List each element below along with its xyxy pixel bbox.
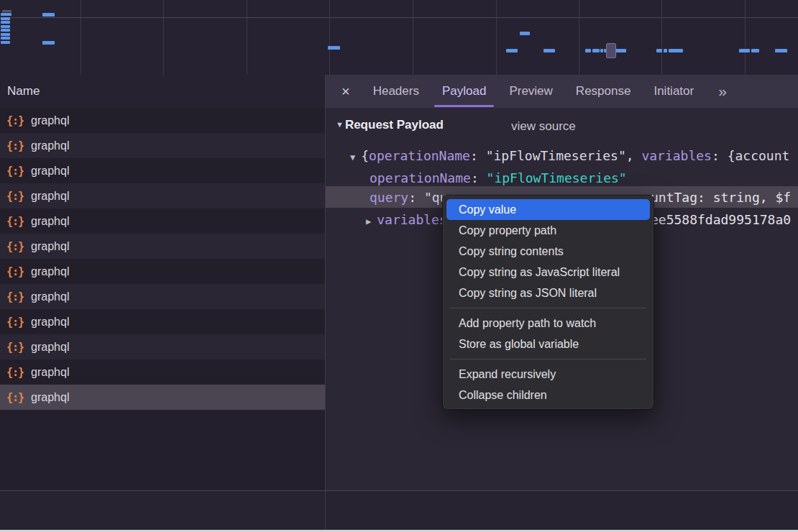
selected-request-marker bbox=[606, 43, 616, 58]
json-request-icon: {:} bbox=[6, 290, 24, 303]
menu-item-store-as-global-variable[interactable]: Store as global variable bbox=[443, 334, 653, 354]
menu-item-copy-string-contents[interactable]: Copy string contents bbox=[443, 241, 653, 262]
request-name-label: graphql bbox=[31, 190, 69, 203]
request-timing-bar bbox=[592, 49, 600, 52]
request-timing-bar bbox=[42, 41, 55, 45]
menu-separator bbox=[450, 308, 646, 308]
overview-horizontal-gridline bbox=[0, 17, 798, 18]
overview-vertical-gridline bbox=[247, 0, 247, 75]
request-timing-bar bbox=[544, 49, 555, 52]
request-row[interactable]: {:}graphql bbox=[0, 183, 325, 208]
request-timing-bar bbox=[1, 29, 10, 32]
request-row[interactable]: {:}graphql bbox=[0, 133, 325, 158]
network-overview-timeline[interactable] bbox=[0, 0, 798, 76]
request-timing-bar bbox=[615, 49, 626, 52]
json-request-icon: {:} bbox=[6, 139, 24, 152]
request-row[interactable]: {:}graphql bbox=[0, 309, 325, 334]
operation-name-row[interactable]: operationName: "ipFlowTimeseries" bbox=[370, 170, 627, 185]
request-timing-bar bbox=[506, 49, 518, 52]
request-timing-bar bbox=[328, 46, 340, 50]
tab-response[interactable]: Response bbox=[564, 75, 643, 108]
json-request-icon: {:} bbox=[6, 165, 24, 178]
column-header-label: Name bbox=[7, 84, 40, 98]
payload-token: operationName bbox=[369, 148, 470, 163]
json-request-icon: {:} bbox=[6, 215, 24, 228]
payload-token: operationName bbox=[370, 170, 471, 185]
summary-expand-icon[interactable]: ▼ bbox=[350, 152, 355, 162]
request-timing-bar bbox=[751, 49, 759, 52]
payload-token: query bbox=[370, 190, 408, 205]
active-tab-underline bbox=[434, 105, 494, 107]
request-list-pane: Name {:}graphql{:}graphql{:}graphql{:}gr… bbox=[0, 75, 325, 490]
request-timing-bar bbox=[775, 49, 787, 52]
menu-item-copy-string-as-javascript-literal[interactable]: Copy string as JavaScript literal bbox=[443, 262, 653, 283]
request-row[interactable]: {:}graphql bbox=[0, 259, 325, 284]
json-request-icon: {:} bbox=[6, 265, 24, 278]
request-row[interactable]: {:}graphql bbox=[0, 359, 325, 385]
json-request-icon: {:} bbox=[6, 391, 24, 404]
request-timing-bar bbox=[1, 33, 10, 36]
variables-expand-icon[interactable]: ▶ bbox=[366, 216, 371, 226]
payload-token: : bbox=[471, 170, 487, 185]
payload-token: "ipFlowTimeseries" bbox=[486, 148, 626, 163]
request-timing-bar bbox=[585, 49, 591, 52]
column-header-name[interactable]: Name bbox=[0, 75, 325, 108]
menu-item-copy-property-path[interactable]: Copy property path bbox=[443, 220, 653, 241]
json-request-icon: {:} bbox=[6, 366, 24, 379]
request-timing-bar bbox=[664, 49, 667, 52]
payload-token: "ipFlowTimeseries" bbox=[487, 170, 627, 185]
request-payload-section-header[interactable]: ▼Request Payload bbox=[336, 118, 444, 132]
request-row[interactable]: {:}graphql bbox=[0, 234, 325, 259]
context-menu: Copy valueCopy property pathCopy string … bbox=[442, 195, 654, 410]
tab-preview[interactable]: Preview bbox=[497, 75, 564, 108]
menu-item-copy-value[interactable]: Copy value bbox=[446, 199, 650, 220]
request-name-label: graphql bbox=[31, 265, 69, 278]
menu-item-expand-recursively[interactable]: Expand recursively bbox=[443, 364, 653, 385]
menu-separator bbox=[450, 359, 646, 359]
request-name-label: graphql bbox=[31, 215, 69, 228]
request-timing-bar bbox=[669, 49, 683, 52]
query-row[interactable]: query: "qu bbox=[370, 190, 447, 205]
overview-vertical-gridline bbox=[163, 0, 164, 75]
payload-summary-row[interactable]: ▼{operationName: "ipFlowTimeseries", var… bbox=[350, 148, 789, 163]
view-source-link[interactable]: view source bbox=[511, 119, 576, 134]
tab-headers[interactable]: Headers bbox=[362, 75, 431, 108]
request-name-label: graphql bbox=[31, 240, 69, 253]
request-row[interactable]: {:}graphql bbox=[0, 108, 325, 133]
tab-payload[interactable]: Payload bbox=[431, 75, 497, 108]
request-timing-bar bbox=[600, 49, 603, 52]
request-name-label: graphql bbox=[31, 366, 69, 379]
request-row[interactable]: {:}graphql bbox=[0, 334, 325, 359]
menu-item-add-property-path-to-watch[interactable]: Add property path to watch bbox=[443, 313, 653, 334]
tab-initiator[interactable]: Initiator bbox=[642, 75, 705, 108]
section-title: Request Payload bbox=[345, 118, 444, 132]
request-name-label: graphql bbox=[31, 391, 69, 404]
payload-token: variables bbox=[377, 212, 447, 227]
request-timing-bar bbox=[1, 17, 10, 20]
request-row[interactable]: {:}graphql bbox=[0, 208, 325, 234]
overview-vertical-gridline bbox=[329, 0, 330, 75]
request-row[interactable]: {:}graphql bbox=[0, 158, 325, 183]
close-icon[interactable]: × bbox=[326, 83, 362, 100]
json-request-icon: {:} bbox=[6, 240, 24, 253]
request-timing-bar bbox=[656, 49, 662, 52]
menu-item-copy-string-as-json-literal[interactable]: Copy string as JSON literal bbox=[443, 283, 653, 303]
request-list: {:}graphql{:}graphql{:}graphql{:}graphql… bbox=[0, 108, 325, 410]
query-row-right-fragment: untTag: string, $f bbox=[651, 190, 791, 205]
json-request-icon: {:} bbox=[6, 190, 24, 203]
request-name-label: graphql bbox=[31, 341, 69, 354]
overview-vertical-gridline bbox=[745, 0, 746, 75]
pane-divider[interactable] bbox=[325, 75, 326, 530]
request-row[interactable]: {:}graphql bbox=[0, 385, 325, 410]
section-collapse-icon[interactable]: ▼ bbox=[336, 120, 344, 129]
request-name-label: graphql bbox=[31, 165, 69, 178]
variables-row[interactable]: ▶variables bbox=[366, 212, 447, 227]
request-row[interactable]: {:}graphql bbox=[0, 284, 325, 309]
more-tabs-icon[interactable]: » bbox=[705, 83, 733, 100]
json-request-icon: {:} bbox=[6, 316, 24, 329]
menu-item-collapse-children[interactable]: Collapse children bbox=[443, 385, 653, 405]
overview-vertical-gridline bbox=[413, 0, 413, 75]
request-name-label: graphql bbox=[31, 316, 69, 329]
request-timing-bar bbox=[1, 25, 10, 28]
overview-vertical-gridline bbox=[496, 0, 497, 75]
